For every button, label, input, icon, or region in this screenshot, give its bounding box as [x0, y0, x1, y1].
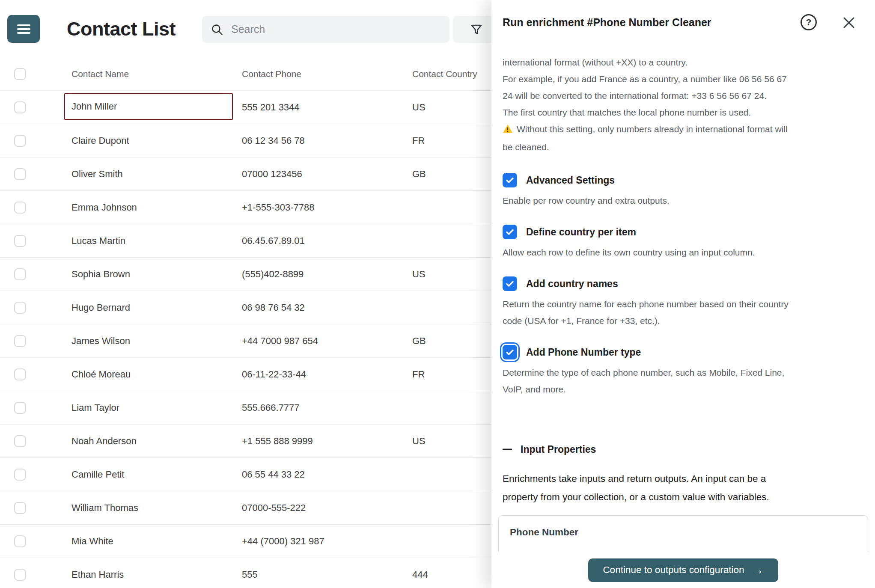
search-input[interactable]	[230, 23, 441, 36]
contact-country-cell[interactable]: US	[412, 91, 489, 124]
table-row[interactable]: Noah Anderson +1 555 888 9999 US	[0, 425, 491, 458]
contact-name-cell[interactable]: Lucas Martin	[71, 224, 234, 257]
contact-name-cell-selected[interactable]: John Miller	[64, 93, 233, 120]
input-field-label: Phone Number	[510, 527, 868, 538]
table-row[interactable]: James Wilson +44 7000 987 654 GB	[0, 324, 491, 358]
contact-country-cell[interactable]	[412, 224, 489, 257]
table-row[interactable]: Lucas Martin 06.45.67.89.01	[0, 224, 491, 258]
row-checkbox[interactable]	[14, 302, 26, 314]
table-row[interactable]: Claire Dupont 06 12 34 56 78 FR	[0, 124, 491, 157]
help-icon[interactable]: ?	[801, 14, 817, 30]
contact-country-cell[interactable]	[412, 191, 489, 224]
contact-phone-cell[interactable]: 06 55 44 33 22	[242, 458, 405, 491]
contact-name-cell[interactable]: Camille Petit	[71, 458, 234, 491]
section-title: Input Properties	[521, 444, 596, 455]
table-row[interactable]: Mia White +44 (7000) 321 987	[0, 525, 491, 558]
advanced-settings-checkbox[interactable]	[503, 173, 517, 187]
panel-header: Run enrichment #Phone Number Cleaner ?	[491, 0, 875, 41]
menu-button[interactable]	[7, 15, 40, 43]
contact-country-cell[interactable]	[412, 491, 489, 524]
panel-scroll-area[interactable]: Add countries to match phone numbers tha…	[491, 41, 875, 552]
contact-name-cell[interactable]: Chloé Moreau	[71, 358, 234, 391]
contact-list-screen: Contact List Contact Name Contact Phone …	[0, 0, 491, 588]
table-row[interactable]: Sophia Brown (555)402-8899 US	[0, 258, 491, 291]
contact-phone-cell[interactable]: 06 98 76 54 32	[242, 291, 405, 324]
filter-button[interactable]	[453, 16, 491, 43]
row-checkbox[interactable]	[14, 202, 26, 214]
contact-country-cell[interactable]: FR	[412, 358, 489, 391]
column-header-contact-name: Contact Name	[71, 58, 129, 90]
table-row[interactable]: William Thomas 07000-555-222	[0, 491, 491, 525]
contact-country-cell[interactable]: US	[412, 425, 489, 457]
phone-number-input-card[interactable]: Phone Number	[498, 515, 868, 552]
contact-name-cell[interactable]: Liam Taylor	[71, 391, 234, 424]
contact-name-cell[interactable]: Oliver Smith	[71, 157, 234, 190]
table-row[interactable]: Chloé Moreau 06-11-22-33-44 FR	[0, 358, 491, 391]
table-row[interactable]: Emma Johnson +1-555-303-7788	[0, 191, 491, 224]
add-phone-type-checkbox[interactable]	[503, 345, 517, 359]
select-all-checkbox[interactable]	[14, 68, 26, 80]
checkbox-description: Determine the type of each phone number,…	[503, 364, 864, 398]
contact-phone-cell[interactable]: 06.45.67.89.01	[242, 224, 405, 257]
contact-name-cell[interactable]: Emma Johnson	[71, 191, 234, 224]
contact-phone-cell[interactable]: 06 12 34 56 78	[242, 124, 405, 157]
row-checkbox[interactable]	[14, 435, 26, 447]
add-country-names-checkbox[interactable]	[503, 276, 517, 291]
row-checkbox[interactable]	[14, 135, 26, 147]
row-checkbox[interactable]	[14, 335, 26, 347]
row-checkbox[interactable]	[14, 101, 26, 113]
close-icon[interactable]	[842, 15, 856, 30]
contact-country-cell[interactable]	[412, 525, 489, 558]
contact-name-cell[interactable]: Noah Anderson	[71, 425, 234, 457]
contact-phone-cell[interactable]: 555	[242, 558, 405, 588]
row-checkbox[interactable]	[14, 402, 26, 414]
contact-phone-cell[interactable]: +44 7000 987 654	[242, 324, 405, 357]
contact-country-cell[interactable]: 444	[412, 558, 489, 588]
row-checkbox[interactable]	[14, 469, 26, 481]
contact-phone-cell[interactable]: 555 201 3344	[242, 91, 405, 124]
row-checkbox[interactable]	[14, 268, 26, 280]
contact-phone-cell[interactable]: 06-11-22-33-44	[242, 358, 405, 391]
contact-country-cell[interactable]	[412, 291, 489, 324]
continue-button[interactable]: Continue to outputs configuration →	[588, 558, 778, 582]
define-country-checkbox[interactable]	[503, 225, 517, 239]
table-row[interactable]: Camille Petit 06 55 44 33 22	[0, 458, 491, 491]
contact-name-cell[interactable]: Mia White	[71, 525, 234, 558]
contact-phone-cell[interactable]: +1 555 888 9999	[242, 425, 405, 457]
contact-name-cell[interactable]: Ethan Harris	[71, 558, 234, 588]
contact-country-cell[interactable]: FR	[412, 124, 489, 157]
table-row[interactable]: Ethan Harris 555 444	[0, 558, 491, 588]
row-checkbox[interactable]	[14, 368, 26, 380]
contact-country-cell[interactable]	[412, 391, 489, 424]
row-checkbox[interactable]	[14, 168, 26, 180]
contact-country-cell[interactable]	[412, 458, 489, 491]
contact-country-cell[interactable]: US	[412, 258, 489, 291]
contact-name-cell[interactable]: Claire Dupont	[71, 124, 234, 157]
contact-phone-cell[interactable]: 555.666.7777	[242, 391, 405, 424]
contact-phone-cell[interactable]: 07000-555-222	[242, 491, 405, 524]
contact-country-cell[interactable]: GB	[412, 324, 489, 357]
contact-phone-cell[interactable]: 07000 123456	[242, 157, 405, 190]
table-row[interactable]: Hugo Bernard 06 98 76 54 32	[0, 291, 491, 324]
contact-phone-cell[interactable]: +44 (7000) 321 987	[242, 525, 405, 558]
continue-button-label: Continue to outputs configuration	[603, 564, 744, 576]
table-row[interactable]: Oliver Smith 07000 123456 GB	[0, 157, 491, 191]
collapse-icon[interactable]	[503, 447, 513, 452]
table-row[interactable]: John Miller 555 201 3344 US	[0, 91, 491, 124]
check-icon	[505, 227, 515, 237]
row-checkbox[interactable]	[14, 235, 26, 247]
contact-name-cell[interactable]: James Wilson	[71, 324, 234, 357]
clipped-description-line: Add countries to match phone numbers tha…	[503, 41, 864, 54]
row-checkbox[interactable]	[14, 569, 26, 581]
row-checkbox[interactable]	[14, 535, 26, 547]
contact-name-cell[interactable]: Hugo Bernard	[71, 291, 234, 324]
search-box[interactable]	[202, 16, 449, 43]
check-icon	[505, 279, 515, 289]
contact-country-cell[interactable]: GB	[412, 157, 489, 190]
contact-name-cell[interactable]: Sophia Brown	[71, 258, 234, 291]
table-row[interactable]: Liam Taylor 555.666.7777	[0, 391, 491, 425]
contact-phone-cell[interactable]: +1-555-303-7788	[242, 191, 405, 224]
contact-name-cell[interactable]: William Thomas	[71, 491, 234, 524]
contact-phone-cell[interactable]: (555)402-8899	[242, 258, 405, 291]
row-checkbox[interactable]	[14, 502, 26, 514]
